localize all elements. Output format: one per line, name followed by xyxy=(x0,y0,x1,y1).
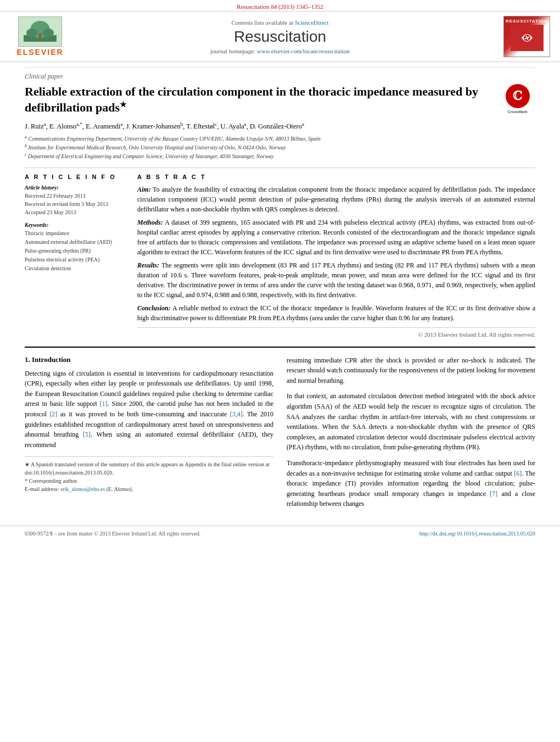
affiliation-c: c Department of Electrical Engineering a… xyxy=(25,152,535,160)
doi-link[interactable]: http://dx.doi.org/10.1016/j.resuscitatio… xyxy=(419,531,535,537)
aim-label: Aim: xyxy=(137,186,151,193)
crossmark-badge: ℂ CrossMark xyxy=(500,84,535,114)
body-left-column: 1. Introduction Detecting signs of circu… xyxy=(25,355,273,515)
body-content: 1. Introduction Detecting signs of circu… xyxy=(25,347,535,515)
article-history: Article history: Received 22 February 20… xyxy=(25,185,126,216)
author-email-link[interactable]: erik_alonso@ehu.es xyxy=(60,486,105,492)
issn-line: 0300-9572/$ – see front matter © 2013 El… xyxy=(25,531,200,537)
abstract-results: Results: The segments were split into de… xyxy=(137,260,535,300)
ref-7[interactable]: [7] xyxy=(490,490,497,498)
article-meta-section: A R T I C L E I N F O Article history: R… xyxy=(25,168,535,338)
intro-para-4: Transthoracic-impedance plethysmography … xyxy=(287,458,535,509)
footnote-star: ★ A Spanish translated version of the su… xyxy=(25,460,273,477)
abstract-methods: Methods: A dataset of 399 segments, 165 … xyxy=(137,217,535,257)
sciencedirect-line: Contents lists available at ScienceDirec… xyxy=(70,19,490,26)
keyword-1: Thoracic impedance xyxy=(25,229,126,238)
sciencedirect-link[interactable]: ScienceDirect xyxy=(295,19,329,26)
revised-date: Received in revised form 3 May 2013 xyxy=(25,200,126,208)
basic-text: basic xyxy=(50,400,64,408)
main-content: Clinical paper Reliable extraction of th… xyxy=(0,62,560,526)
ref-5[interactable]: [5] xyxy=(83,431,91,438)
keyword-2: Automated external defibrillator (AED) xyxy=(25,238,126,247)
abstract-text: Aim: To analyze the feasibility of extra… xyxy=(137,185,535,323)
elsevier-logo-area: ELSEVIER xyxy=(10,16,70,57)
keywords-label: Keywords: xyxy=(25,222,126,228)
intro-para-3: In that context, an automated circulatio… xyxy=(287,391,535,453)
abstract-aim: Aim: To analyze the feasibility of extra… xyxy=(137,185,535,214)
received-date: Received 22 February 2013 xyxy=(25,192,126,200)
journal-citation: Resuscitation 84 (2013) 1345–1352 xyxy=(237,3,323,10)
keyword-3: Pulse-generating rhythm (PR) xyxy=(25,247,126,255)
abstract-heading: A B S T R A C T xyxy=(137,174,535,180)
keyword-5: Circulation detection xyxy=(25,264,126,273)
footnote-email: E-mail address: erik_alonso@ehu.es (E. A… xyxy=(25,485,273,493)
bottom-bar: 0300-9572/$ – see front matter © 2013 El… xyxy=(0,526,560,541)
ref-6[interactable]: [6] xyxy=(514,470,522,477)
article-info-heading: A R T I C L E I N F O xyxy=(25,174,126,180)
abstract-conclusion: Conclusion: A reliable method to extract… xyxy=(137,303,535,323)
ref-2[interactable]: [2] xyxy=(49,410,57,418)
elsevier-tree-icon xyxy=(18,16,62,47)
affiliations: a Communications Engineering Department,… xyxy=(25,134,535,161)
keyword-4: Pulseless electrical activity (PEA) xyxy=(25,255,126,264)
journal-homepage-line: journal homepage: www.elsevier.com/locat… xyxy=(70,48,490,54)
conclusion-label: Conclusion: xyxy=(137,304,171,312)
article-title: Reliable extraction of the circulation c… xyxy=(25,84,535,116)
journal-header-center: Contents lists available at ScienceDirec… xyxy=(70,19,490,54)
affiliation-a: a Communications Engineering Department,… xyxy=(25,134,535,143)
history-label: Article history: xyxy=(25,185,126,191)
measured-text: measured xyxy=(404,459,429,467)
crossmark-icon: ℂ xyxy=(506,84,530,108)
svg-point-3 xyxy=(43,29,54,37)
methods-label: Methods: xyxy=(137,219,163,226)
results-label: Results: xyxy=(137,261,159,269)
svg-point-2 xyxy=(26,29,37,37)
footnote-corresponding: * Corresponding author. xyxy=(25,477,273,485)
affiliation-b: b Institute for Experimental Medical Res… xyxy=(25,143,535,152)
crossmark-label: CrossMark xyxy=(507,109,527,114)
abstract-section: A B S T R A C T Aim: To analyze the feas… xyxy=(137,174,535,338)
intro-para-2: resuming immediate CPR after the shock i… xyxy=(287,355,535,386)
article-type-label: Clinical paper xyxy=(25,68,535,81)
keywords-section: Keywords: Thoracic impedance Automated e… xyxy=(25,222,126,273)
keywords-list: Thoracic impedance Automated external de… xyxy=(25,229,126,273)
accepted-date: Accepted 23 May 2013 xyxy=(25,208,126,216)
journal-top-ref: Resuscitation 84 (2013) 1345–1352 xyxy=(0,0,560,11)
journal-title: Resuscitation xyxy=(70,28,490,46)
journal-logo-right: RESUSCITATION xyxy=(490,16,550,57)
svg-rect-4 xyxy=(39,33,41,41)
ref-3-4[interactable]: [3,4] xyxy=(230,410,243,418)
intro-para-1: Detecting signs of circulation is essent… xyxy=(25,369,273,450)
elsevier-wordmark: ELSEVIER xyxy=(16,48,63,57)
copyright-line: © 2013 Elsevier Ireland Ltd. All rights … xyxy=(137,327,535,338)
resuscitation-logo: RESUSCITATION xyxy=(503,16,550,57)
authors-line: J. Ruiza, E. Alonsoa,*, E. Aramendia, J.… xyxy=(25,121,535,131)
article-info-column: A R T I C L E I N F O Article history: R… xyxy=(25,174,126,338)
ref-1[interactable]: [1] xyxy=(100,400,108,408)
intro-heading: 1. Introduction xyxy=(25,355,273,364)
elsevier-logo: ELSEVIER xyxy=(10,16,70,57)
footnote-area: ★ A Spanish translated version of the su… xyxy=(25,456,273,493)
body-right-column: resuming immediate CPR after the shock i… xyxy=(287,355,535,515)
journal-homepage-link[interactable]: www.elsevier.com/locate/resuscitation xyxy=(257,48,350,54)
journal-header: ELSEVIER Contents lists available at Sci… xyxy=(0,11,560,62)
